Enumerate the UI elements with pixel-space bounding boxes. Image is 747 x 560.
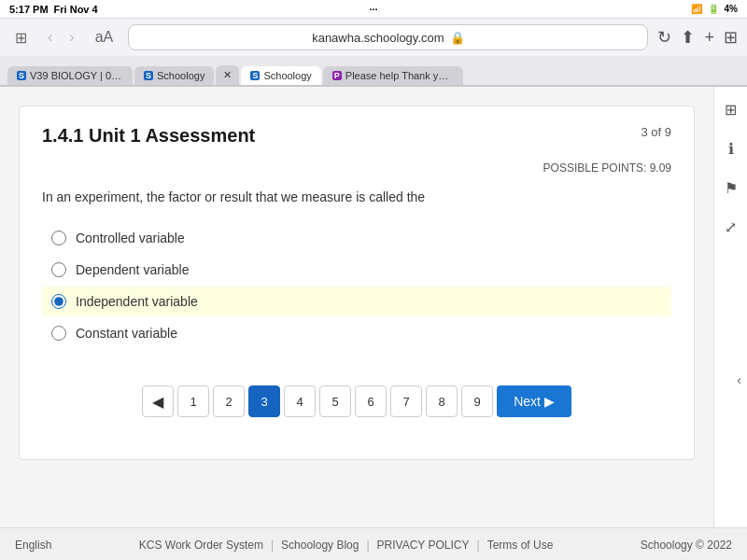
info-icon[interactable]: ℹ: [718, 135, 744, 161]
tab-icon-1: S: [17, 71, 26, 80]
address-bar[interactable]: kanawha.schoology.com 🔒: [128, 24, 648, 50]
option-label-constant: Constant variable: [76, 326, 177, 341]
tab-label-5: Please help Thank you :) - Brainl...: [345, 70, 454, 81]
flag-icon[interactable]: ⚑: [718, 175, 744, 201]
page-button-8[interactable]: 8: [426, 385, 458, 417]
page-button-6[interactable]: 6: [355, 385, 387, 417]
page-button-1[interactable]: 1: [177, 385, 209, 417]
pagination-bar: ◀ 1 2 3 4 5 6 7 8 9 Next ▶: [42, 385, 671, 417]
radio-independent[interactable]: [51, 294, 66, 309]
status-time: 5:17 PM: [9, 4, 49, 15]
tab-label-2: Schoology: [157, 70, 204, 81]
options-list: Controlled variable Dependent variable I…: [42, 223, 671, 348]
tab-brainly[interactable]: P Please help Thank you :) - Brainl...: [323, 66, 463, 85]
quiz-header: 1.4.1 Unit 1 Assessment 3 of 9: [42, 125, 671, 147]
option-independent[interactable]: Independent variable: [42, 287, 671, 316]
option-label-dependent: Dependent variable: [76, 262, 189, 277]
quiz-title: 1.4.1 Unit 1 Assessment: [42, 125, 255, 147]
status-bar: 5:17 PM Fri Nov 4 ··· 📶 🔋 4%: [0, 0, 747, 19]
tab-v39-biology[interactable]: S V39 BIOLOGY | 02050000_6021...: [7, 66, 133, 85]
tab-schoology-1[interactable]: S Schoology: [134, 66, 214, 85]
status-date: Fri Nov 4: [54, 4, 98, 15]
option-controlled[interactable]: Controlled variable: [42, 223, 671, 253]
footer-language: English: [15, 539, 51, 552]
reload-button[interactable]: ↻: [657, 27, 671, 48]
footer-link-privacy[interactable]: PRIVACY POLICY: [377, 539, 470, 552]
collapse-sidebar-button[interactable]: ‹: [737, 372, 741, 387]
quiz-card: 1.4.1 Unit 1 Assessment 3 of 9 POSSIBLE …: [19, 105, 695, 460]
tabs-button[interactable]: ⊞: [724, 27, 738, 48]
page-button-4[interactable]: 4: [284, 385, 316, 417]
expand-icon[interactable]: ⤢: [718, 214, 744, 240]
radio-dependent[interactable]: [51, 262, 66, 277]
main-area: 1.4.1 Unit 1 Assessment 3 of 9 POSSIBLE …: [0, 87, 747, 527]
tab-icon-5: P: [332, 71, 342, 80]
tab-x-icon: ✕: [223, 69, 232, 81]
status-dots: ···: [369, 4, 377, 15]
share-button[interactable]: ⬆: [681, 27, 695, 48]
battery-icon: 🔋: [708, 4, 719, 14]
option-label-controlled: Controlled variable: [76, 231, 185, 245]
footer-copyright: Schoology © 2022: [641, 539, 732, 552]
lock-icon: 🔒: [450, 31, 465, 45]
option-label-independent: Independent variable: [76, 294, 198, 309]
footer-link-kcs[interactable]: KCS Work Order System: [139, 539, 263, 552]
add-tab-button[interactable]: +: [704, 28, 714, 48]
grid-icon[interactable]: ⊞: [718, 96, 744, 122]
tab-schoology-active[interactable]: S Schoology: [241, 66, 320, 85]
footer-link-blog[interactable]: Schoology Blog: [281, 539, 359, 552]
quiz-progress: 3 of 9: [641, 125, 671, 139]
next-button-label: Next ▶: [514, 394, 555, 409]
right-sidebar: ⊞ ℹ ⚑ ⤢ ‹: [713, 87, 747, 527]
footer-sep-3: |: [477, 539, 480, 552]
tab-close-tab[interactable]: ✕: [216, 65, 239, 85]
text-size-button[interactable]: aA: [90, 27, 120, 48]
question-text: In an experiment, the factor or result t…: [42, 189, 671, 204]
wifi-icon: 📶: [691, 4, 702, 14]
tab-icon-4: S: [250, 71, 260, 80]
battery-percentage: 4%: [725, 4, 738, 14]
radio-controlled[interactable]: [51, 231, 66, 245]
radio-constant[interactable]: [51, 326, 66, 341]
tab-label-1: V39 BIOLOGY | 02050000_6021...: [30, 70, 123, 81]
back-button[interactable]: ‹: [42, 27, 58, 48]
forward-button[interactable]: ›: [63, 27, 79, 48]
option-dependent[interactable]: Dependent variable: [42, 255, 671, 285]
possible-points: POSSIBLE POINTS: 9.09: [42, 161, 671, 175]
page-button-7[interactable]: 7: [390, 385, 422, 417]
page-button-3[interactable]: 3: [248, 385, 280, 417]
footer-sep-2: |: [366, 539, 369, 552]
page-button-2[interactable]: 2: [213, 385, 245, 417]
next-button[interactable]: Next ▶: [497, 385, 571, 417]
url-text: kanawha.schoology.com: [312, 31, 444, 45]
footer-link-terms[interactable]: Terms of Use: [487, 539, 554, 552]
prev-page-button[interactable]: ◀: [142, 385, 174, 417]
sidebar-toggle-button[interactable]: ⊞: [9, 27, 33, 49]
tab-icon-2: S: [144, 71, 153, 80]
footer: English KCS Work Order System | Schoolog…: [0, 527, 747, 560]
option-constant[interactable]: Constant variable: [42, 318, 671, 348]
page-button-5[interactable]: 5: [319, 385, 351, 417]
quiz-outer: 1.4.1 Unit 1 Assessment 3 of 9 POSSIBLE …: [0, 87, 713, 527]
page-button-9[interactable]: 9: [461, 385, 493, 417]
tab-label-4: Schoology: [263, 70, 311, 81]
footer-sep-1: |: [271, 539, 274, 552]
footer-links: KCS Work Order System | Schoology Blog |…: [139, 539, 554, 552]
browser-tabs: S V39 BIOLOGY | 02050000_6021... S Schoo…: [0, 56, 747, 86]
